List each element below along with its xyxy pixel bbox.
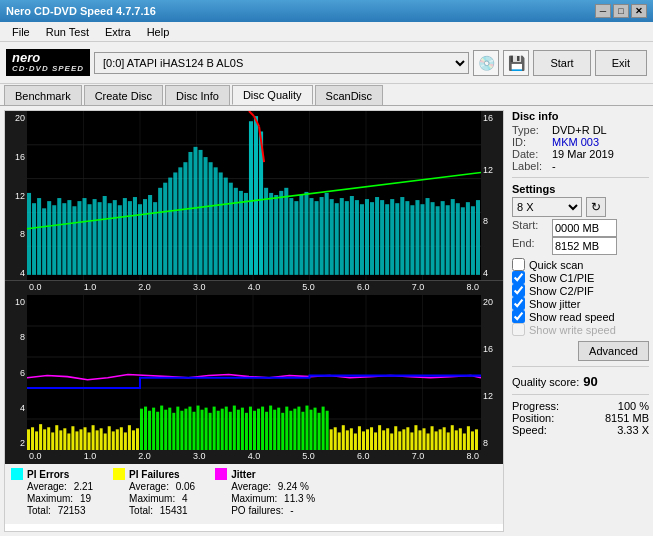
svg-rect-87 (410, 205, 414, 275)
svg-rect-125 (63, 428, 66, 450)
svg-rect-214 (422, 428, 425, 450)
svg-rect-50 (224, 178, 228, 275)
menu-help[interactable]: Help (139, 24, 178, 40)
start-row: Start: (512, 219, 649, 237)
checkbox-section: Quick scan Show C1/PIE Show C2/PIF Show … (512, 258, 649, 336)
svg-rect-96 (456, 203, 460, 275)
minimize-button[interactable]: ─ (595, 4, 611, 18)
speed-selector[interactable]: 8 X (512, 197, 582, 217)
end-input[interactable] (552, 237, 617, 255)
tab-bar: Benchmark Create Disc Disc Info Disc Qua… (0, 84, 653, 106)
show-c2-pif-checkbox[interactable] (512, 284, 525, 297)
svg-rect-182 (293, 409, 296, 450)
show-jitter-checkbox[interactable] (512, 297, 525, 310)
menu-run-test[interactable]: Run Test (38, 24, 97, 40)
tab-scan-disc[interactable]: ScanDisc (315, 85, 383, 105)
svg-rect-160 (205, 408, 208, 450)
svg-rect-127 (71, 426, 74, 450)
svg-rect-176 (269, 406, 272, 450)
svg-rect-141 (128, 425, 131, 450)
svg-rect-29 (118, 205, 122, 275)
svg-rect-16 (52, 205, 56, 275)
disc-icon-button[interactable]: 💿 (473, 50, 499, 76)
tab-disc-quality[interactable]: Disc Quality (232, 85, 313, 105)
advanced-button[interactable]: Advanced (578, 341, 649, 361)
divider-3 (512, 394, 649, 395)
svg-rect-32 (133, 197, 137, 275)
svg-rect-199 (362, 431, 365, 450)
svg-rect-78 (365, 199, 369, 275)
bot-x-4: 4.0 (248, 451, 261, 463)
start-button[interactable]: Start (533, 50, 590, 76)
show-c2-pif-row: Show C2/PIF (512, 284, 649, 297)
jitter-legend: Jitter Average: 9.24 % Maximum: 11.3 % P… (215, 468, 315, 520)
end-row: End: (512, 237, 649, 255)
tab-benchmark[interactable]: Benchmark (4, 85, 82, 105)
maximize-button[interactable]: □ (613, 4, 629, 18)
top-x-2: 2.0 (138, 282, 151, 294)
svg-rect-23 (88, 204, 92, 275)
svg-rect-17 (57, 198, 61, 275)
svg-rect-44 (193, 147, 197, 275)
jitter-color (215, 468, 227, 480)
exit-button[interactable]: Exit (595, 50, 647, 76)
svg-rect-128 (75, 431, 78, 450)
svg-rect-64 (294, 201, 298, 275)
quick-scan-checkbox[interactable] (512, 258, 525, 271)
pi-failures-title: PI Failures (113, 468, 195, 480)
svg-rect-60 (274, 195, 278, 275)
svg-rect-149 (160, 406, 163, 450)
svg-rect-134 (100, 428, 103, 450)
tab-disc-info[interactable]: Disc Info (165, 85, 230, 105)
show-read-speed-checkbox[interactable] (512, 310, 525, 323)
svg-rect-133 (96, 430, 99, 450)
close-button[interactable]: ✕ (631, 4, 647, 18)
refresh-button[interactable]: ↻ (586, 197, 606, 217)
bot-x-0: 0.0 (29, 451, 42, 463)
pi-errors-legend: PI Errors Average: 2.21 Maximum: 19 Tota… (11, 468, 93, 520)
bottom-chart-svg (27, 295, 481, 450)
svg-rect-136 (108, 426, 111, 450)
svg-rect-34 (143, 199, 147, 275)
svg-rect-197 (354, 433, 357, 450)
svg-rect-131 (88, 432, 91, 450)
svg-rect-40 (173, 172, 177, 274)
jitter-title: Jitter (215, 468, 315, 480)
svg-rect-49 (219, 172, 223, 274)
save-icon-button[interactable]: 💾 (503, 50, 529, 76)
svg-rect-151 (168, 408, 171, 450)
svg-rect-37 (158, 188, 162, 275)
svg-rect-198 (358, 426, 361, 450)
svg-rect-213 (418, 430, 421, 450)
menu-extra[interactable]: Extra (97, 24, 139, 40)
drive-selector[interactable]: [0:0] ATAPI iHAS124 B AL0S (94, 52, 469, 74)
svg-rect-185 (305, 406, 308, 450)
svg-rect-21 (77, 201, 81, 275)
svg-rect-188 (318, 413, 321, 450)
svg-rect-130 (83, 427, 86, 450)
svg-rect-27 (108, 203, 112, 275)
svg-rect-124 (59, 430, 62, 450)
svg-rect-178 (277, 408, 280, 450)
svg-rect-202 (374, 432, 377, 450)
svg-rect-122 (51, 432, 54, 450)
title-bar: Nero CD-DVD Speed 4.7.7.16 ─ □ ✕ (0, 0, 653, 22)
tab-create-disc[interactable]: Create Disc (84, 85, 163, 105)
svg-rect-135 (104, 433, 107, 450)
svg-rect-84 (395, 203, 399, 275)
svg-rect-82 (385, 204, 389, 275)
top-chart-svg (27, 111, 481, 280)
nero-logo-text: nero (12, 51, 40, 65)
bottom-chart: 10 8 6 4 2 20 16 12 8 (5, 295, 503, 450)
menu-file[interactable]: File (4, 24, 38, 40)
show-c1-pie-checkbox[interactable] (512, 271, 525, 284)
svg-rect-193 (338, 432, 341, 450)
svg-rect-81 (380, 200, 384, 275)
bot-x-3: 3.0 (193, 451, 206, 463)
start-input[interactable] (552, 219, 617, 237)
pi-failures-avg: Average: 0.06 (113, 481, 195, 492)
show-write-speed-row: Show write speed (512, 323, 649, 336)
svg-rect-35 (148, 195, 152, 275)
bot-yr-8: 8 (483, 438, 501, 448)
show-write-speed-checkbox[interactable] (512, 323, 525, 336)
